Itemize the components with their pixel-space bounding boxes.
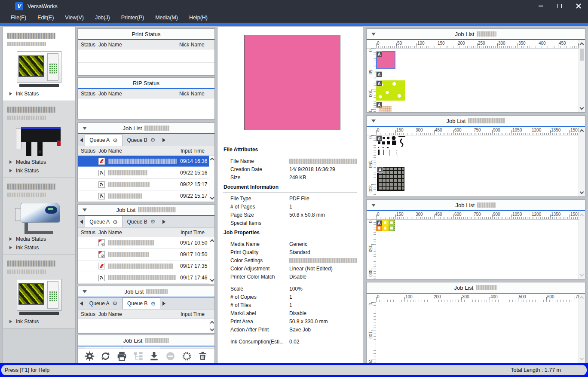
media-status-expander[interactable]: Media Status xyxy=(3,158,75,166)
ruler-label: 450 xyxy=(435,128,442,132)
queue-settings-icon[interactable]: ⚙ xyxy=(113,219,118,225)
queue-settings-icon[interactable]: ⚙ xyxy=(150,218,156,225)
ink-status-expander[interactable]: Ink Status xyxy=(3,317,75,326)
tab-queue-b[interactable]: Queue B⚙ xyxy=(122,134,160,146)
print-button[interactable] xyxy=(115,349,128,362)
collapse-panel-icon[interactable] xyxy=(371,33,376,36)
canvas-scrollbar[interactable] xyxy=(579,40,585,112)
scroll-down-button[interactable] xyxy=(580,273,584,277)
nest-button[interactable] xyxy=(132,349,144,362)
scroll-up-button[interactable] xyxy=(580,296,584,300)
media-status-expander[interactable]: Media Status xyxy=(3,235,75,243)
job-row[interactable]: 09/22 15:17 xyxy=(78,179,214,190)
scroll-down-button[interactable] xyxy=(580,106,584,110)
tab-queue-a[interactable]: Queue A⚙ xyxy=(85,297,122,309)
delete-button[interactable] xyxy=(196,349,209,362)
job-list-scrollbar[interactable] xyxy=(209,319,214,333)
collapse-panel-icon[interactable] xyxy=(83,208,87,211)
collapse-panel-icon[interactable] xyxy=(83,127,87,130)
scroll-up-button[interactable] xyxy=(210,321,214,325)
menu-view[interactable]: View(V) xyxy=(59,13,89,22)
menu-job[interactable]: Job(J) xyxy=(89,13,116,22)
job-list-scrollbar[interactable] xyxy=(209,156,214,202)
ink-status-expander[interactable]: Ink Status xyxy=(3,166,75,175)
scroll-down-button[interactable] xyxy=(580,356,584,361)
queue-settings-icon[interactable]: ⚙ xyxy=(150,137,156,143)
layout-canvas[interactable]: AA xyxy=(376,135,579,196)
tab-scroll-right-button[interactable] xyxy=(160,216,167,227)
job-row[interactable]: 09/17 10:50 xyxy=(78,249,214,261)
collapse-panel-icon[interactable] xyxy=(83,290,87,293)
job-row[interactable]: 09/22 15:17 xyxy=(78,190,214,202)
scroll-up-button[interactable] xyxy=(210,239,214,244)
layout-canvas[interactable] xyxy=(376,302,579,363)
expander-arrow-icon xyxy=(9,237,12,241)
collapse-panel-icon[interactable] xyxy=(371,120,376,123)
job-row[interactable]: 09/17 17:35 xyxy=(78,261,214,272)
redacted-value xyxy=(289,258,357,263)
menu-printer[interactable]: Printer(P) xyxy=(116,13,150,22)
job-list-scrollbar[interactable] xyxy=(209,237,214,284)
ruler-label: 0 xyxy=(368,221,373,223)
tab-queue-b[interactable]: Queue B⚙ xyxy=(122,216,160,227)
printer-card-1[interactable]: Ink Status xyxy=(3,27,75,101)
scroll-up-button[interactable] xyxy=(580,43,584,47)
tab-queue-b[interactable]: Queue B⚙ xyxy=(122,297,160,309)
scrollbar-thumb[interactable] xyxy=(580,49,584,61)
queue-settings-icon[interactable]: ⚙ xyxy=(113,300,118,307)
layout-canvas[interactable]: A xyxy=(376,220,579,279)
scroll-up-button[interactable] xyxy=(210,158,214,162)
close-button[interactable] xyxy=(569,0,588,12)
job-row[interactable]: 09/17 10:50 xyxy=(78,237,214,249)
menu-edit[interactable]: Edit(E) xyxy=(32,13,59,22)
window-title: VersaWorks xyxy=(28,3,58,9)
scroll-down-button[interactable] xyxy=(210,196,214,200)
queue-settings-icon[interactable]: ⚙ xyxy=(113,137,118,144)
scroll-down-button[interactable] xyxy=(210,278,214,282)
menu-media[interactable]: Media(M) xyxy=(150,13,184,22)
tab-scroll-left-button[interactable] xyxy=(78,216,85,227)
job-row[interactable]: 09/14 16:36 xyxy=(78,156,214,167)
menu-help[interactable]: Help(H) xyxy=(184,13,213,22)
scroll-down-button[interactable] xyxy=(580,190,584,194)
minimize-button[interactable] xyxy=(531,0,550,12)
tab-scroll-right-button[interactable] xyxy=(160,297,167,309)
printer-card-2[interactable]: i Media Status Ink Status xyxy=(3,101,75,178)
printer-card-3[interactable]: Media Status Ink Status xyxy=(3,178,75,255)
job-input-time: 09/22 15:17 xyxy=(180,181,208,187)
queue-a-badge: A xyxy=(376,71,382,77)
processing-button[interactable] xyxy=(180,349,193,362)
scroll-up-button[interactable] xyxy=(580,214,584,218)
menu-file[interactable]: File(F) xyxy=(5,13,32,22)
detail-value: 1 xyxy=(289,294,357,300)
download-button[interactable] xyxy=(148,349,161,362)
ink-status-expander[interactable]: Ink Status xyxy=(3,89,75,98)
job-row[interactable]: 09/22 15:16 xyxy=(78,167,214,179)
queue-settings-icon[interactable]: ⚙ xyxy=(150,300,156,307)
canvas-scrollbar[interactable] xyxy=(579,294,585,363)
job-row[interactable]: 09/17 17:46 xyxy=(78,272,214,284)
eps-file-icon xyxy=(98,193,105,199)
tab-scroll-right-button[interactable] xyxy=(160,134,167,146)
collapse-panel-icon[interactable] xyxy=(371,204,376,207)
layout-canvas[interactable]: AAAA xyxy=(376,49,579,112)
canvas-scrollbar[interactable] xyxy=(579,127,585,196)
tab-queue-a[interactable]: Queue A⚙ xyxy=(85,216,122,227)
tab-queue-a[interactable]: Queue A⚙ xyxy=(85,134,122,146)
ink-status-expander[interactable]: Ink Status xyxy=(3,243,75,252)
remove-button[interactable] xyxy=(164,349,177,362)
tab-scroll-left-button[interactable] xyxy=(78,134,85,146)
settings-button[interactable] xyxy=(83,349,96,362)
eps-file-icon xyxy=(98,274,105,281)
detail-value: Disable xyxy=(289,274,357,280)
ruler-label: 600 xyxy=(454,212,462,217)
panel-title: Job List xyxy=(447,118,466,124)
scroll-down-button[interactable] xyxy=(210,327,214,331)
printer-card-4[interactable]: Ink Status xyxy=(3,255,75,329)
status-bar: Press [F1] for Help Total Length : 1.77 … xyxy=(0,363,588,377)
maximize-button[interactable] xyxy=(550,0,569,12)
canvas-scrollbar[interactable] xyxy=(579,211,585,279)
scroll-up-button[interactable] xyxy=(580,129,584,134)
refresh-button[interactable] xyxy=(99,349,112,362)
tab-scroll-left-button[interactable] xyxy=(78,297,85,309)
